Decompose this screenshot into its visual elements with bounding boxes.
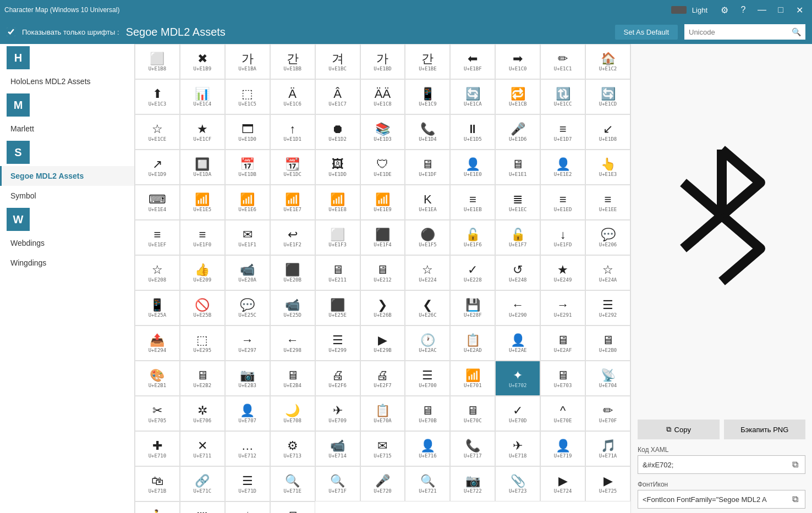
char-cell-U+E70E[interactable]: ^U+E70E [540,396,585,431]
char-cell-U+E1E9[interactable]: 📶U+E1E9 [360,185,405,220]
sidebar-item-segoe-mdl2-assets[interactable]: Segoe MDL2 Assets [0,166,134,186]
char-cell-U+E298[interactable]: ←U+E298 [270,326,315,361]
char-cell-U+E71E[interactable]: 🔍U+E71E [270,466,315,501]
char-cell-U+E1C3[interactable]: ⬆U+E1C3 [135,79,180,114]
char-cell-U+E2F6[interactable]: 🖨U+E2F6 [315,361,360,396]
char-cell-U+E1E7[interactable]: 📶U+E1E7 [270,185,315,220]
char-cell-U+E2AF[interactable]: 🖥U+E2AF [540,326,585,361]
char-cell-U+E700[interactable]: ☰U+E700 [405,361,450,396]
char-cell-U+E294[interactable]: 📤U+E294 [135,326,180,361]
char-cell-U+E1E0[interactable]: 👤U+E1E0 [450,150,495,185]
char-cell-U+E1B8[interactable]: ⬜U+E1B8 [135,44,180,79]
char-cell-U+E714[interactable]: 📹U+E714 [315,431,360,466]
char-cell-U+E1F2[interactable]: ↩U+E1F2 [270,220,315,255]
char-cell-U+E2AC[interactable]: 🕐U+E2AC [405,326,450,361]
char-cell-U+E1D8[interactable]: ↙U+E1D8 [585,114,630,150]
char-cell-U+E705[interactable]: ✂U+E705 [135,396,180,431]
close-button[interactable]: ✕ [791,2,808,18]
char-cell-U+E729[interactable]: 🖥U+E729 [270,501,315,513]
char-cell-U+E718[interactable]: ✈U+E718 [495,431,540,466]
char-cell-U+E726[interactable]: 🚶U+E726 [135,501,180,513]
help-button[interactable]: ? [735,2,751,18]
char-cell-U+E1DD[interactable]: 🖼U+E1DD [315,150,360,185]
char-cell-U+E1D5[interactable]: ⏸U+E1D5 [450,114,495,150]
char-cell-U+E295[interactable]: ⬚U+E295 [180,326,225,361]
filter-checkbox[interactable] [7,27,15,36]
char-cell-U+E1F1[interactable]: ✉U+E1F1 [225,220,270,255]
char-cell-U+E2B4[interactable]: 🖥U+E2B4 [270,361,315,396]
char-cell-U+E2AE[interactable]: 👤U+E2AE [495,326,540,361]
sidebar-item-symbol[interactable]: Symbol [0,186,134,206]
char-cell-U+E292[interactable]: ☰U+E292 [585,290,630,326]
sidebar-letter-M[interactable]: M [0,91,134,119]
char-cell-U+E1E8[interactable]: 📶U+E1E8 [315,185,360,220]
char-cell-U+E211[interactable]: 🖥U+E211 [315,255,360,290]
char-cell-U+E299[interactable]: ☰U+E299 [315,326,360,361]
char-cell-U+E715[interactable]: ✉U+E715 [360,431,405,466]
minimize-button[interactable]: — [754,2,770,18]
char-cell-U+E1E3[interactable]: 👆U+E1E3 [585,150,630,185]
char-cell-U+E1BD[interactable]: 가U+E1BD [360,44,405,79]
char-cell-U+E206[interactable]: 💬U+E206 [585,220,630,255]
char-cell-U+E1BF[interactable]: ⬅U+E1BF [450,44,495,79]
char-cell-U+E297[interactable]: →U+E297 [225,326,270,361]
char-cell-U+E1CD[interactable]: 🔄U+E1CD [585,79,630,114]
char-cell-U+E20B[interactable]: ⬛U+E20B [270,255,315,290]
char-cell-U+E29B[interactable]: ▶U+E29B [360,326,405,361]
char-cell-U+E719[interactable]: 👤U+E719 [540,431,585,466]
char-cell-U+E717[interactable]: 📞U+E717 [450,431,495,466]
char-cell-U+E1D6[interactable]: 🎤U+E1D6 [495,114,540,150]
char-cell-U+E1C9[interactable]: 📱U+E1C9 [405,79,450,114]
sidebar-letter-S[interactable]: S [0,139,134,166]
char-cell-U+E70A[interactable]: 📋U+E70A [360,396,405,431]
char-cell-U+E704[interactable]: 📡U+E704 [585,361,630,396]
sidebar-item-marlett[interactable]: Marlett [0,119,134,139]
char-cell-U+E1DF[interactable]: 🖥U+E1DF [405,150,450,185]
char-cell-U+E711[interactable]: ✕U+E711 [180,431,225,466]
settings-button[interactable]: ⚙ [716,2,733,18]
char-cell-U+E24A[interactable]: ☆U+E24A [585,255,630,290]
char-cell-U+E25C[interactable]: 💬U+E25C [225,290,270,326]
char-cell-U+E709[interactable]: ✈U+E709 [315,396,360,431]
sidebar-item-webdings[interactable]: Webdings [0,233,134,253]
char-cell-U+E712[interactable]: …U+E712 [225,431,270,466]
char-cell-U+E1EB[interactable]: ≡U+E1EB [450,185,495,220]
xaml-copy-button[interactable]: ⧉ [785,456,805,473]
char-cell-U+E208[interactable]: ☆U+E208 [135,255,180,290]
char-cell-U+E71C[interactable]: 🔗U+E71C [180,466,225,501]
char-cell-U+E1CE[interactable]: ☆U+E1CE [135,114,180,150]
char-cell-U+E1ED[interactable]: ≡U+E1ED [540,185,585,220]
char-cell-U+E228[interactable]: ✓U+E228 [450,255,495,290]
char-cell-U+E1CA[interactable]: 🔄U+E1CA [450,79,495,114]
char-cell-U+E71B[interactable]: 🛍U+E71B [135,466,180,501]
char-cell-U+E724[interactable]: ▶U+E724 [540,466,585,501]
char-cell-U+E1E2[interactable]: 👤U+E1E2 [540,150,585,185]
char-cell-U+E702[interactable]: ✦U+E702 [495,361,540,396]
char-cell-U+E1F0[interactable]: ≡U+E1F0 [180,220,225,255]
char-cell-U+E1F7[interactable]: 🔓U+E1F7 [495,220,540,255]
char-cell-U+E25E[interactable]: ⬛U+E25E [315,290,360,326]
char-cell-U+E1EF[interactable]: ≡U+E1EF [135,220,180,255]
char-cell-U+E1D4[interactable]: 📞U+E1D4 [405,114,450,150]
char-cell-U+E703[interactable]: 🖥U+E703 [540,361,585,396]
char-cell-U+E71D[interactable]: ☰U+E71D [225,466,270,501]
char-cell-U+E1D3[interactable]: 📚U+E1D3 [360,114,405,150]
char-cell-U+E2B3[interactable]: 📷U+E2B3 [225,361,270,396]
char-cell-U+E71A[interactable]: 🎵U+E71A [585,431,630,466]
char-cell-U+E1DB[interactable]: 📅U+E1DB [225,150,270,185]
char-cell-U+E290[interactable]: ←U+E290 [495,290,540,326]
char-cell-U+E212[interactable]: 🖥U+E212 [360,255,405,290]
char-cell-U+E1C4[interactable]: 📊U+E1C4 [180,79,225,114]
char-cell-U+E1DC[interactable]: 📆U+E1DC [270,150,315,185]
search-input[interactable] [689,28,792,36]
char-cell-U+E1C2[interactable]: 🏠U+E1C2 [585,44,630,79]
char-cell-U+E1B9[interactable]: ✖U+E1B9 [180,44,225,79]
char-cell-U+E25D[interactable]: 📹U+E25D [270,290,315,326]
char-cell-U+E1C7[interactable]: ÂU+E1C7 [315,79,360,114]
char-cell-U+E70D[interactable]: ✓U+E70D [495,396,540,431]
fonticon-copy-button[interactable]: ⧉ [785,490,805,508]
export-png-button[interactable]: Бэкапить PNG [724,420,806,439]
char-cell-U+E701[interactable]: 📶U+E701 [450,361,495,396]
char-cell-U+E248[interactable]: ↺U+E248 [495,255,540,290]
char-cell-U+E70C[interactable]: 🖥U+E70C [450,396,495,431]
